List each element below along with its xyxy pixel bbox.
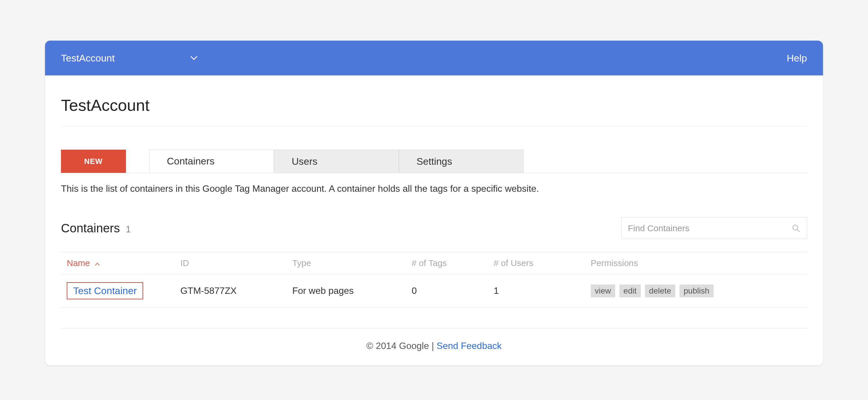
col-header-id[interactable]: ID <box>180 252 292 274</box>
permission-view[interactable]: view <box>591 285 615 297</box>
search-box[interactable] <box>621 217 807 239</box>
cell-permissions: view edit delete publish <box>591 274 807 308</box>
col-header-permissions[interactable]: Permissions <box>591 252 807 274</box>
send-feedback-link[interactable]: Send Feedback <box>437 340 502 351</box>
list-title: Containers <box>61 221 120 235</box>
new-button[interactable]: NEW <box>61 150 126 173</box>
tab-label: Users <box>292 156 318 167</box>
tab-users[interactable]: Users <box>274 150 399 173</box>
account-switcher[interactable]: TestAccount <box>61 53 198 64</box>
table-row: Test Container GTM-5877ZX For web pages … <box>61 274 807 308</box>
permission-publish[interactable]: publish <box>680 285 714 297</box>
search-input[interactable] <box>628 223 792 233</box>
tab-description: This is the list of containers in this G… <box>61 183 807 194</box>
svg-point-0 <box>793 225 798 230</box>
sort-asc-icon <box>95 263 100 266</box>
container-link[interactable]: Test Container <box>73 285 137 296</box>
cell-name: Test Container <box>61 274 180 308</box>
cell-tags: 0 <box>412 274 494 308</box>
content-area: TestAccount NEW Containers Users Setting… <box>45 75 823 365</box>
cell-type: For web pages <box>292 274 412 308</box>
help-link[interactable]: Help <box>787 53 807 64</box>
search-icon <box>792 224 800 233</box>
tab-label: Containers <box>167 156 215 167</box>
tab-containers[interactable]: Containers <box>149 150 274 173</box>
app-window: TestAccount Help TestAccount NEW Contain… <box>45 41 823 365</box>
tab-label: Settings <box>416 156 452 167</box>
col-header-label: Name <box>67 258 90 268</box>
chevron-down-icon <box>190 54 198 62</box>
table-header-row: Name ID Type # of Tags # of Users Permis… <box>61 252 807 274</box>
list-title-wrap: Containers 1 <box>61 221 131 235</box>
col-header-name[interactable]: Name <box>61 252 180 274</box>
cell-id: GTM-5877ZX <box>180 274 292 308</box>
tabs-row: NEW Containers Users Settings <box>61 150 807 173</box>
containers-table: Name ID Type # of Tags # of Users Permis… <box>61 252 807 308</box>
list-count: 1 <box>126 224 131 235</box>
footer-divider: | <box>429 340 437 351</box>
permission-edit[interactable]: edit <box>620 285 641 297</box>
list-header: Containers 1 <box>61 217 807 239</box>
page-title: TestAccount <box>61 96 807 127</box>
tab-settings[interactable]: Settings <box>399 150 524 173</box>
topbar: TestAccount Help <box>45 41 823 75</box>
col-header-users[interactable]: # of Users <box>494 252 591 274</box>
svg-line-1 <box>797 229 800 232</box>
container-link-highlight: Test Container <box>67 282 143 299</box>
col-header-type[interactable]: Type <box>292 252 412 274</box>
cell-users: 1 <box>494 274 591 308</box>
col-header-tags[interactable]: # of Tags <box>412 252 494 274</box>
footer: © 2014 Google | Send Feedback <box>61 328 807 365</box>
permission-delete[interactable]: delete <box>645 285 675 297</box>
account-name: TestAccount <box>61 53 115 64</box>
footer-copyright: © 2014 Google <box>366 340 429 351</box>
